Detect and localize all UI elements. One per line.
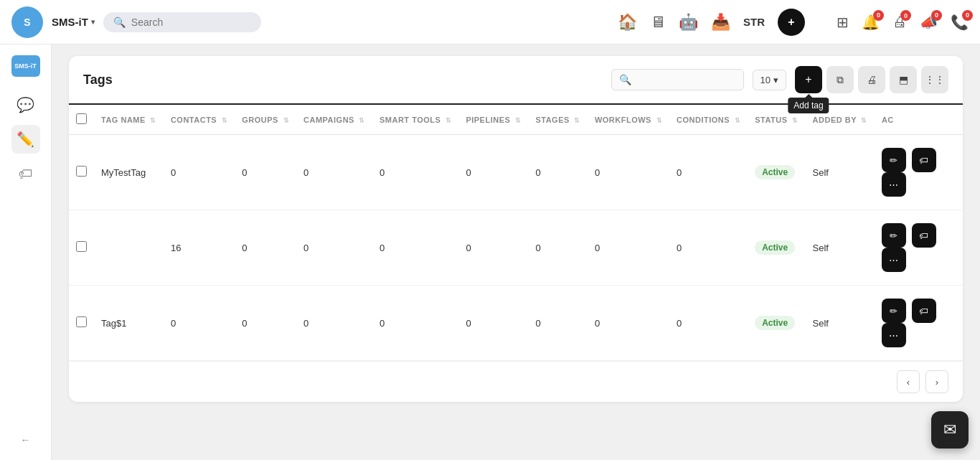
per-page-chevron-icon: ▾ <box>773 75 778 85</box>
row-conditions: 0 <box>669 210 748 286</box>
row-conditions: 0 <box>669 286 748 361</box>
brand-avatar: S <box>11 6 43 38</box>
tags-search-bar[interactable]: 🔍 <box>611 69 744 90</box>
row-stages: 0 <box>528 135 587 210</box>
topnav: S SMS-iT ▾ 🔍 🏠 🖥 🤖 📥 STR + ⊞ 🔔0 🖨0 📣0 📞0 <box>0 0 980 44</box>
table-row: 16 0 0 0 0 0 0 0 Active Self ✏ 🏷 ⋯ <box>69 210 963 286</box>
row-smart-tools: 0 <box>372 135 458 210</box>
action-buttons: + Add tag ⧉ 🖨 ⬒ ⋮⋮ <box>795 66 948 93</box>
monitor-nav-icon[interactable]: 🖥 <box>650 13 666 32</box>
th-smart-tools: SMART TOOLS ⇅ <box>372 105 458 135</box>
copy-button[interactable]: ⧉ <box>826 66 854 93</box>
more-row-button-2[interactable]: ⋯ <box>882 323 906 347</box>
row-status: Active <box>748 286 805 361</box>
row-stages: 0 <box>528 286 587 361</box>
edit-row-button-2[interactable]: ✏ <box>882 299 906 323</box>
home-nav-icon[interactable]: 🏠 <box>618 13 637 32</box>
search-icon: 🔍 <box>113 17 126 28</box>
more-row-button-1[interactable]: ⋯ <box>882 248 906 272</box>
row-contacts: 0 <box>164 286 235 361</box>
print-badge: 0 <box>900 10 911 21</box>
bell-icon[interactable]: 🔔0 <box>862 14 880 31</box>
row-groups: 0 <box>235 210 296 286</box>
tags-title: Tags <box>83 72 603 88</box>
bell-badge: 0 <box>873 10 884 21</box>
phone-badge: 0 <box>962 10 973 21</box>
add-button[interactable]: + <box>778 9 805 36</box>
th-workflows: WORKFLOWS ⇅ <box>588 105 669 135</box>
tags-search-input[interactable] <box>636 75 736 85</box>
th-checkbox <box>69 105 94 135</box>
row-smart-tools: 0 <box>372 286 458 361</box>
th-pipelines: PIPELINES ⇅ <box>458 105 528 135</box>
export-button[interactable]: ⬒ <box>890 66 917 93</box>
row-added-by: Self <box>806 135 875 210</box>
th-contacts: CONTACTS ⇅ <box>164 105 235 135</box>
row-checkbox-1[interactable] <box>76 241 87 252</box>
row-groups: 0 <box>235 286 296 361</box>
row-tag-name <box>94 210 164 286</box>
sidebar-item-edit[interactable]: ✏️ <box>11 125 40 154</box>
inbox-nav-icon[interactable]: 📥 <box>711 13 730 32</box>
select-all-checkbox[interactable] <box>76 113 87 124</box>
status-badge: Active <box>755 240 795 255</box>
grid-icon[interactable]: ⊞ <box>837 14 849 31</box>
status-badge: Active <box>755 165 795 179</box>
row-actions: ✏ 🏷 ⋯ <box>875 210 963 286</box>
table-row: MyTestTag 0 0 0 0 0 0 0 0 Active Self ✏ … <box>69 135 963 210</box>
row-actions: ✏ 🏷 ⋯ <box>875 286 963 361</box>
edit-row-button-0[interactable]: ✏ <box>882 148 906 172</box>
sidebar: SMS-iT 💬 ✏️ 🏷 ← <box>0 44 52 460</box>
th-groups: GROUPS ⇅ <box>235 105 296 135</box>
phone-icon[interactable]: 📞0 <box>951 14 969 31</box>
row-added-by: Self <box>806 286 875 361</box>
row-checkbox-cell <box>69 135 94 210</box>
row-pipelines: 0 <box>458 135 528 210</box>
prev-page-button[interactable]: ‹ <box>897 370 920 393</box>
chat-float-button[interactable]: ✉ <box>931 411 969 449</box>
add-tag-button[interactable]: + <box>795 66 822 93</box>
columns-button[interactable]: ⋮⋮ <box>921 66 948 93</box>
print-icon[interactable]: 🖨0 <box>892 14 907 30</box>
tags-card: Tags 🔍 10 ▾ + Add tag ⧉ 🖨 ⬒ <box>69 56 963 402</box>
edit-row-button-1[interactable]: ✏ <box>882 223 906 248</box>
str-button[interactable]: STR <box>743 16 765 28</box>
per-page-dropdown[interactable]: 10 ▾ <box>753 70 786 90</box>
global-search-input[interactable] <box>131 17 246 28</box>
row-checkbox-0[interactable] <box>76 166 87 177</box>
nav-center-icons: 🏠 🖥 🤖 📥 STR + <box>618 9 805 36</box>
th-actions: AC <box>875 105 963 135</box>
robot-nav-icon[interactable]: 🤖 <box>679 13 698 32</box>
next-page-button[interactable]: › <box>925 370 948 393</box>
sidebar-logo: SMS-iT <box>9 53 43 79</box>
row-checkbox-cell <box>69 286 94 361</box>
sidebar-item-tag[interactable]: 🏷 <box>11 159 40 188</box>
row-contacts: 16 <box>164 210 235 286</box>
tag-row-button-1[interactable]: 🏷 <box>912 223 936 248</box>
layout: SMS-iT 💬 ✏️ 🏷 ← Tags 🔍 10 ▾ <box>0 44 980 460</box>
brand-name[interactable]: SMS-iT ▾ <box>52 16 95 28</box>
print-action-button[interactable]: 🖨 <box>858 66 885 93</box>
row-actions: ✏ 🏷 ⋯ <box>875 135 963 210</box>
row-added-by: Self <box>806 210 875 286</box>
pagination-area: ‹ › <box>69 361 963 402</box>
tags-table: TAG NAME ⇅ CONTACTS ⇅ GROUPS ⇅ CAMPAIGNS… <box>69 105 963 361</box>
tag-row-button-2[interactable]: 🏷 <box>912 299 936 323</box>
more-row-button-0[interactable]: ⋯ <box>882 172 906 197</box>
global-search-bar[interactable]: 🔍 <box>103 12 261 32</box>
megaphone-icon[interactable]: 📣0 <box>920 14 938 31</box>
add-tag-btn-wrapper: + Add tag <box>795 66 822 93</box>
th-tag-name: TAG NAME ⇅ <box>94 105 164 135</box>
th-conditions: CONDITIONS ⇅ <box>669 105 748 135</box>
brand-chevron-icon: ▾ <box>91 18 95 26</box>
row-checkbox-2[interactable] <box>76 316 87 327</box>
row-workflows: 0 <box>588 210 669 286</box>
row-tag-name: Tag$1 <box>94 286 164 361</box>
tag-row-button-0[interactable]: 🏷 <box>912 148 936 172</box>
row-conditions: 0 <box>669 135 748 210</box>
row-smart-tools: 0 <box>372 210 458 286</box>
add-tag-tooltip: Add tag <box>788 98 829 113</box>
row-workflows: 0 <box>588 135 669 210</box>
sidebar-collapse-btn[interactable]: ← <box>15 428 37 451</box>
sidebar-item-chat[interactable]: 💬 <box>11 90 40 119</box>
